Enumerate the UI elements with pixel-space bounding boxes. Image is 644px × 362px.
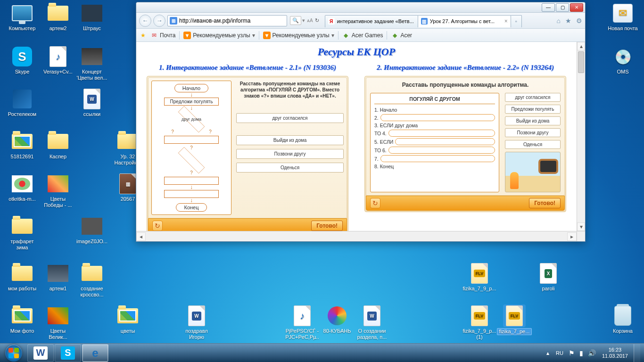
task2-choice-2[interactable]: Выйди из дома [505, 116, 561, 125]
favbar-mail[interactable]: ✉Почта [150, 32, 175, 39]
task1-choice-3[interactable]: Оденься [236, 163, 344, 173]
tray-overflow-button[interactable]: ▴ [543, 350, 553, 356]
tab-1[interactable]: ▥ Урок 27. Алгоритмы с вет... × [418, 15, 511, 27]
task2-choice-4[interactable]: Оденься [505, 140, 561, 149]
icon-verasy[interactable]: Verasy+Cv... [41, 45, 75, 75]
tray-clock[interactable]: 16:23 11.03.2017 [598, 347, 632, 359]
window-close-button[interactable]: ✕ [570, 3, 583, 12]
icon-moifoto[interactable]: Мои фото [5, 304, 40, 334]
task2-drop-2[interactable] [380, 114, 495, 121]
task1-choice-2[interactable]: Позвони другу [236, 149, 344, 159]
icon-fizika2[interactable]: FLVfizika_7_9_p... (1) [462, 304, 497, 340]
icon-links[interactable]: Wссылки [74, 88, 109, 117]
icon-rostelecom[interactable]: Ростелеком [5, 88, 40, 117]
task2-drop-6[interactable] [388, 147, 495, 154]
ie-window: — ▢ ✕ ← → ▥ 🔍 ▾ ᴀA ↻ Я интерактивное зад… [136, 2, 586, 242]
favbar-add[interactable]: ★ [139, 32, 147, 39]
start-button[interactable] [1, 344, 26, 362]
tools-icon[interactable]: ⚙ [576, 17, 582, 25]
icon-tsvety[interactable]: цветы [110, 304, 145, 334]
favbar-rec2[interactable]: ▾Рекомендуемые узлы ▾ [263, 32, 334, 39]
task1-choice-1[interactable]: Выйди из дома [236, 135, 344, 145]
task1-reset-button[interactable]: ↻ [152, 221, 163, 231]
show-desktop-button[interactable] [634, 344, 640, 362]
icon-otkritka[interactable]: otkritka-m... [5, 173, 40, 202]
icon-artem2[interactable]: артем2 [41, 2, 75, 32]
task2-reset-button[interactable]: ↻ [370, 198, 380, 208]
system-tray: ▴ RU ⚑ ▮ 🔊 16:23 11.03.2017 [543, 344, 640, 362]
task2-choice-0[interactable]: друг согласился [505, 93, 561, 102]
address-combo[interactable]: ▥ [167, 15, 287, 26]
icon-concert[interactable]: Концерт 'Цветы вел... [74, 45, 109, 81]
icon-imagez[interactable]: imageZ0JO... [74, 215, 109, 245]
icon-novaya-pochta[interactable]: Новая почта [605, 2, 640, 32]
favorites-icon[interactable]: ★ [565, 17, 571, 25]
icon-kasper[interactable]: Каспер [41, 130, 75, 160]
task2-line-1: 1. Начало [374, 107, 397, 113]
icon-skype[interactable]: SSkype [5, 45, 40, 75]
scroll-left-button[interactable]: ◂ [136, 232, 146, 241]
taskbar-ie[interactable]: e [82, 344, 108, 362]
tab-0[interactable]: Я интерактивное задание «Ветв... [325, 15, 418, 27]
favbar-acergames[interactable]: ◆Acer Games [342, 32, 383, 39]
task1-instructions: Расставь пропущенные команды на схеме ал… [236, 81, 344, 99]
icon-pozdrav[interactable]: Wпоздравл Игорю [179, 304, 214, 340]
block-blank1[interactable] [164, 136, 219, 144]
vertical-scrollbar[interactable]: ▴ ▾ [577, 42, 585, 231]
task2-drop-5[interactable] [395, 138, 495, 145]
window-titlebar[interactable]: — ▢ ✕ [136, 2, 585, 13]
task2-drop-7[interactable] [380, 155, 495, 162]
icon-recycle-bin[interactable]: Корзина [605, 304, 640, 334]
scroll-up-button[interactable]: ▴ [577, 42, 585, 50]
scroll-right-button[interactable]: ▸ [567, 232, 577, 241]
horizontal-scrollbar[interactable]: ◂ ▸ [136, 231, 577, 241]
tray-flag-icon[interactable]: ⚑ [566, 349, 577, 357]
tab-1-close-icon[interactable]: × [504, 18, 508, 25]
block-cond2[interactable] [171, 152, 212, 169]
window-minimize-button[interactable]: — [542, 3, 555, 12]
task1-choice-0[interactable]: друг согласился [236, 113, 344, 123]
task1-done-button[interactable]: Готово! [311, 221, 343, 231]
tray-language[interactable]: RU [553, 350, 566, 356]
favbar-acer[interactable]: ◆Acer [391, 32, 412, 39]
scroll-down-button[interactable]: ▾ [577, 222, 585, 231]
window-maximize-button[interactable]: ▢ [556, 3, 569, 12]
taskbar-skype[interactable]: S [55, 344, 81, 362]
block-end: Конец [176, 203, 206, 212]
icon-fizika1[interactable]: FLVfizika_7_9_p... [462, 262, 497, 292]
task2-choice-1[interactable]: Предложи погулять [505, 105, 561, 114]
icon-pjpe[interactable]: PjPePSCѓCЃ - PJC+PeC,Pµ... [285, 304, 320, 346]
task2-drop-4[interactable] [388, 130, 495, 137]
icon-trafaret[interactable]: трафарет зима [5, 215, 40, 251]
new-tab-button[interactable]: ▫ [511, 15, 522, 27]
task2-listing[interactable]: ПОГУЛЯЙ С ДРУГОМ 1. Начало 2. 3. ЕСЛИ др… [370, 93, 499, 192]
icon-tsvety-velik[interactable]: Цветы Велик... [41, 304, 75, 340]
tray-volume-icon[interactable]: 🔊 [586, 349, 598, 357]
task2-done-button[interactable]: Готово! [529, 198, 561, 208]
icon-artem1[interactable]: артем1 [41, 262, 75, 292]
task2-choice-3[interactable]: Позвони другу [505, 128, 561, 137]
refresh-icon[interactable]: ↻ [315, 17, 319, 24]
icon-fizika3[interactable]: FLVfizika_7_pe... [497, 304, 532, 335]
icon-sozdanie[interactable]: создание кроссво... [74, 262, 109, 298]
search-icon[interactable]: 🔍 [290, 16, 301, 25]
scroll-thumb[interactable] [578, 51, 584, 73]
icon-paroli[interactable]: Xparoli [531, 262, 566, 292]
icon-kuban[interactable]: 80-КУБАНЬ [320, 304, 355, 334]
icon-oms[interactable]: 💿OMS [605, 45, 640, 75]
icon-shtraus[interactable]: Штраус [74, 2, 109, 32]
icon-computer[interactable]: Компьютер [5, 2, 40, 32]
tray-network-icon[interactable]: ▮ [577, 349, 586, 357]
nav-back-button[interactable]: ← [139, 15, 151, 27]
icon-pobedy[interactable]: Цветы Победы - ... [41, 173, 75, 208]
favbar-rec1[interactable]: ▾Рекомендуемые узлы ▾ [183, 32, 255, 39]
home-icon[interactable]: ⌂ [557, 17, 561, 25]
icon-51812691[interactable]: 51812691 [5, 130, 40, 160]
icon-osozdanii[interactable]: WО создании раздела, п... [355, 304, 389, 340]
favorites-bar: ★ ✉Почта ▾Рекомендуемые узлы ▾ ▾Рекоменд… [136, 29, 585, 42]
nav-forward-button[interactable]: → [153, 15, 165, 27]
address-input[interactable] [179, 17, 285, 24]
task1-diagram[interactable]: Начало ↓ Предложи погулять ↓ друг дома ?… [151, 81, 231, 215]
taskbar-word[interactable]: W [27, 344, 54, 362]
icon-moiraboty[interactable]: мои работы [5, 262, 40, 292]
